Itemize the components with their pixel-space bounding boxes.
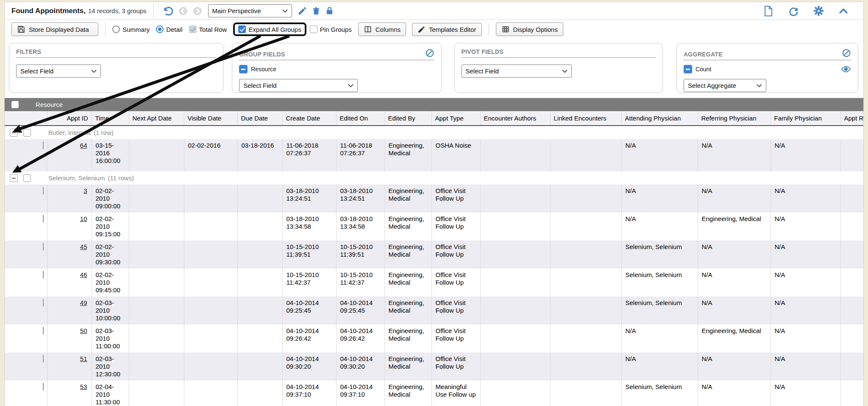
radio-summary-label: Summary: [122, 26, 150, 33]
appt-id-link[interactable]: 45: [80, 243, 87, 250]
pivot-field-select[interactable]: Select Field: [462, 64, 572, 78]
display-options-label: Display Options: [513, 26, 558, 33]
checkbox-total-row-control[interactable]: [189, 25, 197, 33]
appt-id-link[interactable]: 3: [83, 187, 87, 194]
remove-aggregate-button[interactable]: [684, 65, 692, 73]
row-checkbox[interactable]: [43, 299, 44, 307]
appt-id-cell: 3: [47, 185, 92, 213]
radio-detail[interactable]: Detail: [156, 25, 182, 33]
radio-summary[interactable]: Summary: [112, 25, 150, 33]
row-select-cell: [5, 325, 47, 353]
column-header[interactable]: Next Apt Date: [129, 111, 184, 126]
row-checkbox[interactable]: [43, 141, 44, 149]
delete-perspective-button[interactable]: [312, 6, 321, 16]
appt-id-link[interactable]: 10: [80, 215, 87, 222]
cell: [184, 213, 237, 241]
refresh-button[interactable]: [788, 6, 799, 17]
chevron-down-icon: [348, 84, 353, 87]
row-checkbox[interactable]: [43, 187, 44, 195]
undo-button[interactable]: [163, 6, 174, 17]
cell: Office Visit Follow Up: [431, 325, 480, 353]
select-all-checkbox[interactable]: [11, 101, 19, 108]
column-header[interactable]: Edited On: [336, 111, 384, 126]
templates-editor-button[interactable]: Templates Editor: [412, 23, 482, 36]
column-header[interactable]: Appt ID: [47, 111, 92, 126]
column-header[interactable]: Linked Encounters: [550, 111, 621, 126]
row-checkbox[interactable]: [43, 383, 44, 391]
checkbox-expand-all-groups[interactable]: [238, 25, 246, 33]
radio-detail-control[interactable]: [156, 25, 164, 33]
expand-all-annotation-box: Expand All Groups: [233, 22, 306, 36]
cell: N/A: [771, 325, 840, 353]
column-header[interactable]: Edited By: [384, 111, 431, 126]
column-header[interactable]: Create Date: [282, 111, 336, 126]
collapse-toggle[interactable]: [10, 129, 18, 137]
cell: N/A: [698, 241, 771, 269]
clear-group-fields-button[interactable]: [425, 48, 434, 58]
column-header[interactable]: Appt Type: [431, 111, 480, 126]
filters-field-select[interactable]: Select Field: [16, 64, 101, 78]
column-header[interactable]: Attending Physician: [621, 111, 698, 126]
checkbox-pin-groups[interactable]: Pin Groups: [310, 25, 352, 33]
collapse-panel-button[interactable]: [838, 7, 849, 15]
column-header[interactable]: Visible Date: [184, 111, 237, 126]
cell: Engineering, Medical: [384, 381, 431, 406]
cell: N/A: [698, 269, 771, 297]
settings-button[interactable]: [813, 6, 824, 16]
display-options-button[interactable]: Display Options: [496, 22, 563, 36]
cell: 02-03-2010 10:00:00: [92, 297, 129, 325]
cell: 02-02-2010 09:00:00: [92, 185, 129, 213]
prev-perspective-button[interactable]: [178, 6, 188, 16]
cell: 02-03-2010 12:30:00: [92, 353, 129, 381]
appt-id-cell: 10: [47, 213, 92, 241]
row-checkbox[interactable]: [43, 271, 44, 279]
appt-id-link[interactable]: 49: [80, 299, 87, 306]
row-checkbox[interactable]: [43, 243, 44, 251]
appt-id-link[interactable]: 46: [80, 271, 87, 278]
next-perspective-button[interactable]: [192, 6, 203, 16]
store-displayed-data-button[interactable]: Store Displayed Data: [11, 22, 98, 36]
group-checkbox[interactable]: [23, 174, 31, 182]
group-checkbox[interactable]: [23, 129, 31, 137]
cell: [129, 269, 184, 297]
column-header[interactable]: Appt Re: [840, 111, 863, 126]
cell: [480, 381, 550, 406]
checkbox-total-row-label: Total Row: [199, 26, 227, 33]
checkbox-total-row[interactable]: Total Row: [189, 25, 227, 33]
row-checkbox[interactable]: [43, 327, 44, 335]
column-header[interactable]: Encounter Authors: [480, 111, 550, 126]
collapse-toggle[interactable]: [10, 174, 18, 182]
row-checkbox[interactable]: [43, 355, 44, 363]
clear-aggregate-button[interactable]: [842, 48, 851, 58]
table-scroll-area[interactable]: Appt IDTimeNext Apt DateVisible DateDue …: [5, 111, 863, 406]
appointments-table: Appt IDTimeNext Apt DateVisible DateDue …: [5, 111, 863, 406]
remove-group-field-button[interactable]: [239, 65, 248, 73]
appt-id-link[interactable]: 50: [80, 327, 87, 334]
group-fields-title: GROUP FIELDS: [239, 51, 285, 58]
radio-summary-control[interactable]: [112, 25, 120, 33]
column-header[interactable]: Time: [92, 111, 129, 126]
row-select-cell: [5, 297, 47, 325]
new-document-button[interactable]: [763, 6, 773, 17]
lock-perspective-button[interactable]: [325, 6, 334, 16]
cell: Engineering, Medical: [384, 139, 431, 171]
column-header[interactable]: Referring Physician: [698, 111, 771, 126]
aggregate-select[interactable]: Select Aggregate: [684, 79, 766, 92]
group-field-select[interactable]: Select Field: [239, 79, 358, 92]
appt-id-link[interactable]: 53: [80, 383, 87, 390]
cell: N/A: [698, 185, 771, 213]
column-header[interactable]: Family Physician: [771, 111, 840, 126]
cell: [840, 381, 863, 406]
perspective-select[interactable]: Main Perspective: [208, 4, 292, 17]
cell: [184, 297, 237, 325]
cell: [237, 381, 282, 406]
column-header-row: Appt IDTimeNext Apt DateVisible DateDue …: [5, 111, 863, 126]
appt-id-link[interactable]: 64: [80, 142, 87, 149]
row-checkbox[interactable]: [43, 215, 44, 223]
edit-perspective-button[interactable]: [298, 6, 307, 16]
aggregate-visibility-button[interactable]: [841, 65, 851, 73]
columns-button[interactable]: Columns: [358, 22, 406, 36]
column-header[interactable]: Due Date: [237, 111, 282, 126]
checkbox-pin-groups-control[interactable]: [310, 25, 317, 33]
appt-id-link[interactable]: 51: [80, 355, 87, 362]
